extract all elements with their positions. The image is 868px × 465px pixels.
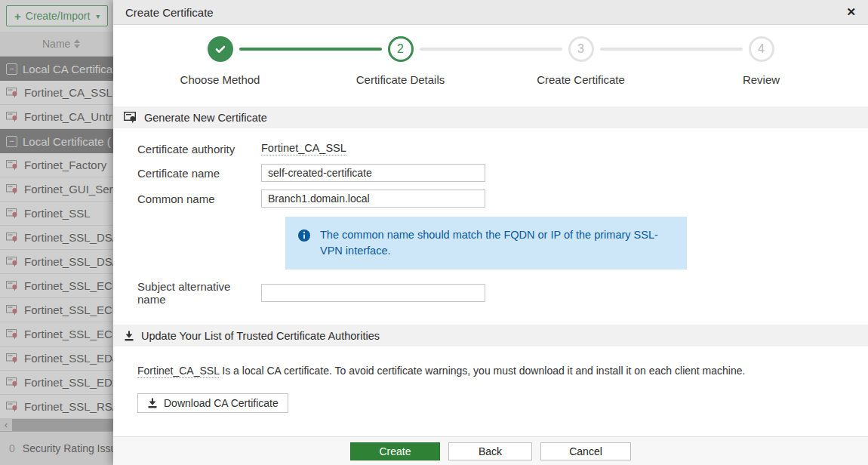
section-title: Generate New Certificate bbox=[144, 112, 267, 124]
step-label: Create Certificate bbox=[537, 73, 625, 86]
info-icon bbox=[297, 229, 311, 242]
step-number: 2 bbox=[397, 42, 404, 56]
ca-note: Fortinet_CA_SSL Is a local CA certificat… bbox=[137, 365, 844, 377]
certificate-seal-icon bbox=[124, 112, 137, 124]
step-number: 3 bbox=[577, 42, 584, 56]
download-icon bbox=[124, 331, 134, 341]
certificate-authority-value-link[interactable]: Fortinet_CA_SSL bbox=[261, 142, 346, 156]
step-label: Choose Method bbox=[180, 73, 260, 86]
field-label-subject-alt-name: Subject alternative name bbox=[137, 280, 261, 306]
certificate-name-input[interactable] bbox=[261, 164, 485, 182]
subject-alt-name-input[interactable] bbox=[261, 284, 485, 302]
step-circle-pending: 3 bbox=[568, 36, 594, 62]
download-icon bbox=[147, 398, 158, 408]
modal-content: Generate New Certificate Certificate aut… bbox=[113, 86, 868, 436]
step-circle-pending: 4 bbox=[749, 36, 774, 62]
modal-footer: Create Back Cancel bbox=[113, 436, 868, 465]
modal-backdrop-overlay bbox=[0, 0, 113, 465]
step-label: Certificate Details bbox=[356, 73, 445, 86]
common-name-input[interactable] bbox=[261, 189, 485, 208]
info-message-text: The common name should match the FQDN or… bbox=[320, 227, 675, 259]
modal-header: Create Certificate ✕ bbox=[113, 0, 868, 25]
field-label-common-name: Common name bbox=[137, 192, 261, 205]
info-message-box: The common name should match the FQDN or… bbox=[285, 217, 687, 269]
create-button[interactable]: Create bbox=[350, 442, 440, 460]
check-icon bbox=[214, 42, 227, 56]
field-label-certificate-authority: Certificate authority bbox=[137, 143, 261, 156]
cancel-button[interactable]: Cancel bbox=[540, 442, 631, 460]
step-circle-active: 2 bbox=[388, 36, 414, 62]
wizard-stepper: Choose Method 2 Certificate Details 3 Cr… bbox=[113, 25, 868, 86]
close-icon[interactable]: ✕ bbox=[846, 5, 856, 19]
step-create-certificate: 3 Create Certificate bbox=[491, 36, 671, 86]
step-circle-done bbox=[208, 36, 233, 62]
section-header-update-ca: Update Your List of Trusted Certificate … bbox=[113, 325, 868, 346]
step-choose-method: Choose Method bbox=[130, 36, 310, 86]
step-review: 4 Review bbox=[671, 36, 851, 86]
download-button-label: Download CA Certificate bbox=[164, 397, 279, 409]
modal-title: Create Certificate bbox=[125, 6, 214, 19]
step-number: 4 bbox=[758, 42, 765, 56]
certificate-form: Certificate authority Fortinet_CA_SSL Ce… bbox=[113, 142, 868, 306]
back-button[interactable]: Back bbox=[448, 442, 532, 460]
section-header-generate: Generate New Certificate bbox=[113, 106, 868, 128]
step-certificate-details: 2 Certificate Details bbox=[310, 36, 491, 86]
field-label-certificate-name: Certificate name bbox=[137, 167, 261, 180]
step-label: Review bbox=[743, 73, 780, 86]
section-title: Update Your List of Trusted Certificate … bbox=[141, 330, 380, 342]
create-certificate-modal: Create Certificate ✕ Choose Method 2 Cer… bbox=[113, 0, 868, 465]
download-ca-certificate-button[interactable]: Download CA Certificate bbox=[137, 393, 288, 413]
ca-note-text: Is a local CA certificate. To avoid cert… bbox=[219, 365, 745, 377]
ca-note-link[interactable]: Fortinet_CA_SSL bbox=[137, 365, 219, 378]
